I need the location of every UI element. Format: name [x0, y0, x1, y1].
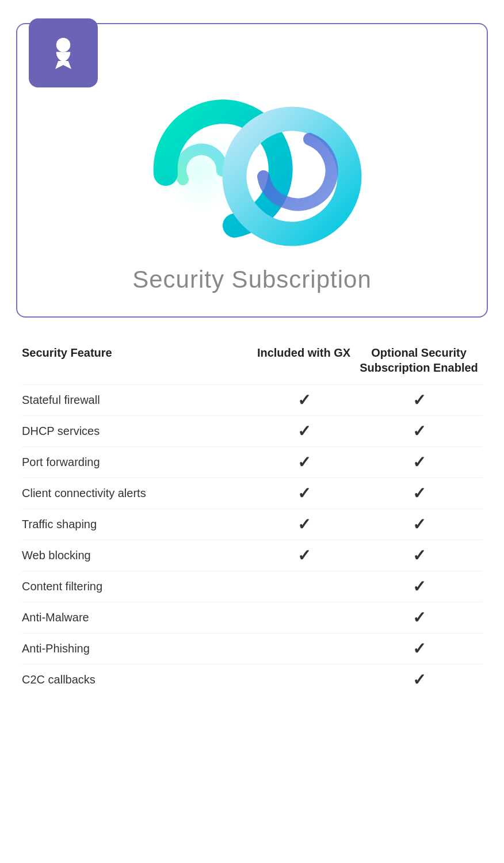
included-check: ✓ [252, 453, 356, 472]
included-check: ✓ [252, 515, 356, 534]
feature-name: C2C callbacks [22, 673, 252, 686]
feature-name: Traffic shaping [22, 518, 252, 531]
table-row: Anti-Phishing✓ [22, 633, 482, 664]
feature-name: Anti-Malware [22, 611, 252, 624]
optional-check: ✓ [356, 608, 482, 627]
checkmark-icon: ✓ [413, 391, 426, 410]
included-check: ✓ [252, 422, 356, 441]
checkmark-icon: ✓ [413, 577, 426, 596]
optional-check: ✓ [356, 639, 482, 658]
checkmark-icon: ✓ [413, 515, 426, 534]
table-row: C2C callbacks✓ [22, 664, 482, 695]
feature-name: Anti-Phishing [22, 642, 252, 655]
table-row: Anti-Malware✓ [22, 602, 482, 633]
checkmark-icon: ✓ [297, 484, 311, 503]
badge-icon [29, 18, 98, 87]
feature-name: Stateful firewall [22, 394, 252, 407]
checkmark-icon: ✓ [413, 608, 426, 627]
table-row: Port forwarding✓✓ [22, 446, 482, 478]
feature-name: Web blocking [22, 549, 252, 562]
product-card: Security Subscription [16, 23, 488, 318]
checkmark-icon: ✓ [297, 546, 311, 565]
header-feature: Security Feature [22, 345, 252, 375]
optional-check: ✓ [356, 453, 482, 472]
feature-name: Port forwarding [22, 456, 252, 469]
header-included: Included with GX [252, 345, 356, 375]
table-row: DHCP services✓✓ [22, 415, 482, 446]
svg-point-0 [56, 38, 71, 52]
optional-check: ✓ [356, 484, 482, 503]
optional-check: ✓ [356, 391, 482, 410]
checkmark-icon: ✓ [297, 453, 311, 472]
table-header: Security Feature Included with GX Option… [22, 341, 482, 380]
table-row: Web blocking✓✓ [22, 540, 482, 571]
checkmark-icon: ✓ [413, 422, 426, 441]
table-row: Client connectivity alerts✓✓ [22, 478, 482, 509]
optional-check: ✓ [356, 577, 482, 596]
feature-name: Content filtering [22, 580, 252, 593]
feature-name: Client connectivity alerts [22, 487, 252, 500]
checkmark-icon: ✓ [413, 453, 426, 472]
included-check: ✓ [252, 484, 356, 503]
svg-point-1 [160, 131, 240, 211]
feature-name: DHCP services [22, 425, 252, 438]
checkmark-icon: ✓ [297, 391, 311, 410]
checkmark-icon: ✓ [297, 422, 311, 441]
table-row: Stateful firewall✓✓ [22, 384, 482, 415]
go-logo [131, 87, 373, 260]
included-check: ✓ [252, 546, 356, 565]
optional-check: ✓ [356, 422, 482, 441]
checkmark-icon: ✓ [413, 639, 426, 658]
optional-check: ✓ [356, 546, 482, 565]
table-row: Traffic shaping✓✓ [22, 509, 482, 540]
header-optional: Optional Security Subscription Enabled [356, 345, 482, 375]
card-title: Security Subscription [132, 266, 372, 293]
checkmark-icon: ✓ [297, 515, 311, 534]
certificate-icon [43, 33, 83, 73]
logo-area [29, 87, 475, 260]
checkmark-icon: ✓ [413, 670, 426, 689]
table-body: Stateful firewall✓✓DHCP services✓✓Port f… [22, 384, 482, 695]
checkmark-icon: ✓ [413, 484, 426, 503]
table-row: Content filtering✓ [22, 571, 482, 602]
checkmark-icon: ✓ [413, 546, 426, 565]
included-check: ✓ [252, 391, 356, 410]
features-table: Security Feature Included with GX Option… [16, 341, 488, 695]
optional-check: ✓ [356, 670, 482, 689]
optional-check: ✓ [356, 515, 482, 534]
